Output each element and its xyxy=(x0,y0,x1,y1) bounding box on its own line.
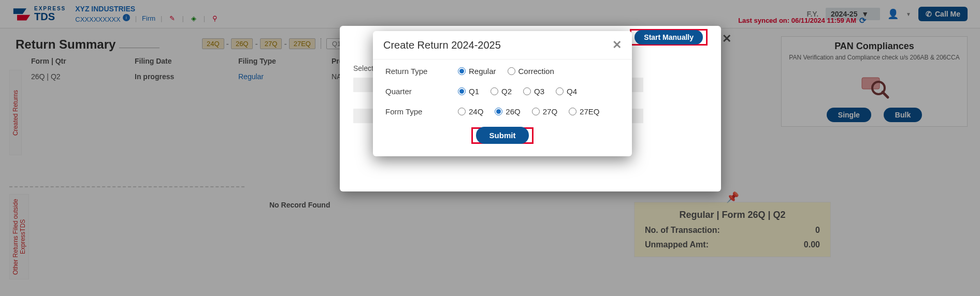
create-return-modal: Create Return 2024-2025 ✕ Return Type Re… xyxy=(373,31,632,156)
close-icon[interactable]: ✕ xyxy=(722,32,731,46)
radio-24q[interactable]: 24Q xyxy=(458,107,483,116)
radio-q3[interactable]: Q3 xyxy=(523,87,544,96)
radio-q2[interactable]: Q2 xyxy=(491,87,512,96)
radio-27q[interactable]: 27Q xyxy=(532,107,557,116)
start-manually-highlight: Start Manually xyxy=(630,29,708,46)
quarter-label: Quarter xyxy=(385,87,458,96)
radio-q1[interactable]: Q1 xyxy=(458,87,479,96)
radio-26q[interactable]: 26Q xyxy=(495,107,520,116)
close-icon[interactable]: ✕ xyxy=(612,38,622,52)
return-type-group: Regular Correction xyxy=(458,67,554,76)
submit-highlight: Submit xyxy=(385,127,619,144)
radio-correction[interactable]: Correction xyxy=(508,67,554,76)
return-type-label: Return Type xyxy=(385,67,458,76)
radio-27eq[interactable]: 27EQ xyxy=(569,107,599,116)
quarter-group: Q1 Q2 Q3 Q4 xyxy=(458,87,577,96)
form-type-group: 24Q 26Q 27Q 27EQ xyxy=(458,107,599,116)
modal-title: Create Return 2024-2025 xyxy=(383,39,501,51)
radio-regular[interactable]: Regular xyxy=(458,67,496,76)
radio-q4[interactable]: Q4 xyxy=(556,87,577,96)
start-manually-button[interactable]: Start Manually xyxy=(635,30,703,45)
submit-button[interactable]: Submit xyxy=(476,127,529,144)
form-type-label: Form Type xyxy=(385,107,458,116)
